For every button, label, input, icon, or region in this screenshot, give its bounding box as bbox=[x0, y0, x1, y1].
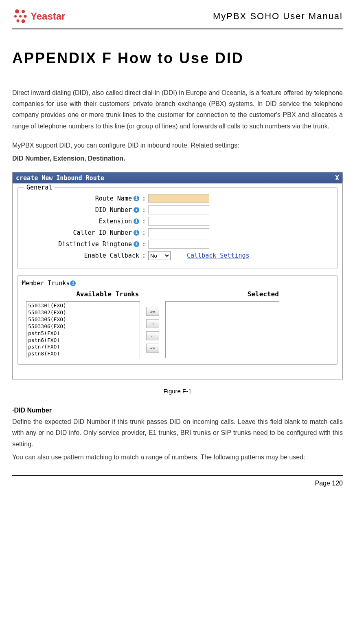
remove-all-button[interactable]: «« bbox=[146, 344, 159, 353]
add-all-button[interactable]: »» bbox=[146, 307, 159, 316]
header-bar: Yeastar MyPBX SOHO User Manual bbox=[12, 8, 343, 29]
close-icon[interactable]: X bbox=[335, 174, 339, 182]
figure-caption: Figure F-1 bbox=[12, 388, 343, 395]
info-icon[interactable]: i bbox=[134, 196, 139, 201]
add-button[interactable]: → bbox=[146, 319, 159, 328]
remove-button[interactable]: ← bbox=[146, 331, 159, 340]
general-fieldset: General Route Name i : DID Number i : bbox=[18, 187, 337, 269]
page-number: Page 120 bbox=[315, 480, 343, 487]
page-content: APPENDIX F How to Use DID Direct inward … bbox=[12, 29, 343, 463]
ringtone-input[interactable] bbox=[148, 240, 209, 249]
trunk-item[interactable]: pstn6(FXO) bbox=[28, 337, 138, 344]
support-bold: DID Number, Extension, Destination. bbox=[12, 153, 343, 164]
member-trunks-fieldset: Member Trunks i Available Trunks Selecte… bbox=[18, 275, 337, 365]
dialog-body: General Route Name i : DID Number i : bbox=[13, 183, 342, 379]
callback-row: Enable Callback : No Callback Settings bbox=[22, 251, 333, 260]
selected-trunks-list[interactable] bbox=[165, 301, 279, 358]
route-name-input[interactable] bbox=[148, 194, 209, 203]
appendix-title: APPENDIX F How to Use DID bbox=[12, 50, 343, 67]
available-trunks-list[interactable]: 5503301(FXO) 5503302(FXO) 5503305(FXO) 5… bbox=[26, 301, 140, 358]
member-trunks-label: Member Trunks i bbox=[22, 280, 333, 287]
logo: Yeastar bbox=[12, 8, 65, 24]
general-legend: General bbox=[24, 184, 55, 191]
info-icon[interactable]: i bbox=[134, 241, 139, 247]
svg-point-2 bbox=[24, 15, 27, 18]
support-paragraph: MyPBX support DID, you can configure DID… bbox=[12, 140, 343, 151]
svg-point-1 bbox=[22, 10, 25, 13]
did-number-heading: ·DID Number bbox=[12, 407, 343, 414]
info-icon[interactable]: i bbox=[134, 218, 139, 224]
svg-point-5 bbox=[22, 20, 25, 23]
ringtone-row: Distinctive Ringtone i : bbox=[22, 240, 333, 249]
dialog-title: create New Inbound Route bbox=[16, 174, 104, 182]
did-number-input[interactable] bbox=[148, 205, 209, 214]
trunk-item[interactable]: 5503302(FXO) bbox=[28, 309, 138, 316]
caller-id-input[interactable] bbox=[148, 228, 209, 237]
did-number-row: DID Number i : bbox=[22, 205, 333, 214]
trunk-item[interactable]: pstn7(FXO) bbox=[28, 344, 138, 351]
footer: Page 120 bbox=[12, 475, 343, 487]
trunk-item[interactable]: 5503306(FXO) bbox=[28, 323, 138, 330]
route-name-label: Route Name i : bbox=[22, 195, 148, 202]
svg-point-4 bbox=[17, 20, 20, 22]
trunks-header: Available Trunks Selected bbox=[22, 290, 333, 298]
dialog-titlebar: create New Inbound Route X bbox=[13, 172, 342, 183]
did-number-label: DID Number i : bbox=[22, 206, 148, 214]
callback-select[interactable]: No bbox=[148, 251, 171, 260]
trunk-item[interactable]: 5503305(FXO) bbox=[28, 316, 138, 323]
available-trunks-header: Available Trunks bbox=[76, 290, 139, 298]
logo-text: Yeastar bbox=[31, 11, 65, 22]
svg-point-3 bbox=[14, 15, 17, 18]
ringtone-label: Distinctive Ringtone i : bbox=[22, 240, 148, 248]
selected-trunks-header: Selected bbox=[248, 290, 279, 298]
intro-paragraph: Direct inward dialing (DID), also called… bbox=[12, 87, 343, 132]
logo-icon bbox=[12, 8, 28, 24]
info-icon[interactable]: i bbox=[134, 230, 139, 236]
callback-settings-link[interactable]: Callback Settings bbox=[187, 252, 250, 259]
trunks-row: 5503301(FXO) 5503302(FXO) 5503305(FXO) 5… bbox=[22, 301, 333, 358]
trunk-item[interactable]: pstn8(FXO) bbox=[28, 351, 138, 357]
callback-label: Enable Callback : bbox=[22, 252, 148, 259]
did-number-para2: You can also use pattern matching to mat… bbox=[12, 452, 343, 463]
trunk-item[interactable]: 5503301(FXO) bbox=[28, 302, 138, 309]
info-icon[interactable]: i bbox=[70, 280, 76, 286]
manual-title: MyPBX SOHO User Manual bbox=[213, 11, 343, 22]
caller-id-label: Caller ID Number i : bbox=[22, 229, 148, 236]
trunk-transfer-buttons: »» → ← «« bbox=[146, 307, 159, 353]
did-number-para1: Define the expected DID Number if this t… bbox=[12, 416, 343, 450]
caller-id-row: Caller ID Number i : bbox=[22, 228, 333, 237]
svg-point-6 bbox=[19, 15, 22, 18]
inbound-route-dialog: create New Inbound Route X General Route… bbox=[12, 172, 343, 379]
extension-input[interactable] bbox=[148, 217, 209, 226]
route-name-row: Route Name i : bbox=[22, 194, 333, 203]
svg-point-0 bbox=[15, 9, 19, 13]
extension-row: Extension i : bbox=[22, 217, 333, 226]
extension-label: Extension i : bbox=[22, 218, 148, 225]
trunk-item[interactable]: pstn5(FXO) bbox=[28, 330, 138, 337]
info-icon[interactable]: i bbox=[134, 207, 139, 213]
